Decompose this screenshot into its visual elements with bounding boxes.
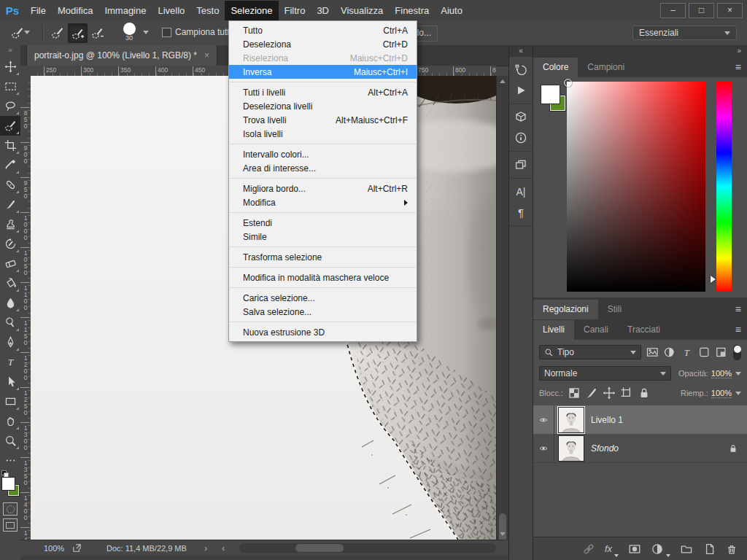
caret-down-icon[interactable] [735,392,741,395]
paint-bucket-tool[interactable] [0,273,20,293]
caret-down-icon[interactable] [735,372,741,376]
menubar-item-finestra[interactable]: Finestra [389,1,435,20]
menubar-item-selezione[interactable]: Selezione [225,1,278,20]
layer-style-button[interactable]: fx [605,543,612,554]
foreground-color-swatch[interactable] [541,85,560,104]
layer-row-livello-1[interactable]: Livello 1 [533,405,747,435]
info-panel-button[interactable] [509,128,533,148]
panel-menu-icon[interactable]: ≡ [735,303,741,315]
saturation-brightness-field[interactable] [567,82,705,292]
lock-pixels-icon[interactable] [585,386,598,400]
zoom-level[interactable]: 100% [44,544,64,553]
filter-type-layers-icon[interactable]: T [681,346,693,359]
crop-tool[interactable] [0,136,20,155]
menu-item-salva-selezione[interactable]: Salva selezione... [229,305,417,319]
visibility-toggle[interactable] [533,434,554,462]
menubar-item-filtro[interactable]: Filtro [279,1,311,20]
scroll-down-icon[interactable] [500,532,506,536]
tab-regolazioni[interactable]: Regolazioni [533,300,598,319]
visibility-toggle[interactable] [533,405,554,434]
tab-livelli[interactable]: Livelli [533,320,574,340]
menu-item-carica-selezione[interactable]: Carica selezione... [229,291,417,305]
menu-item-migliora-bordo[interactable]: Migliora bordo...Alt+Ctrl+R [229,182,417,195]
layer-filter-select[interactable]: Tipo [539,345,641,359]
default-colors-icon[interactable] [1,470,8,476]
share-icon[interactable] [71,542,82,553]
menu-item-intervallo-colori[interactable]: Intervallo colori... [229,147,417,161]
menubar-item-file[interactable]: File [25,1,52,20]
menu-item-simile[interactable]: Simile [229,230,417,244]
shape-tool[interactable] [0,392,20,411]
menu-item-area-di-interesse[interactable]: Area di interesse... [229,161,417,175]
menu-item-trova-livelli[interactable]: Trova livelliAlt+Maiusc+Ctrl+F [229,113,417,127]
filter-smart-objects-icon[interactable] [715,346,727,359]
menu-item-deseleziona[interactable]: DeselezionaCtrl+D [229,37,417,51]
menu-item-isola-livelli[interactable]: Isola livelli [229,127,417,141]
add-selection-mode-button[interactable] [68,23,88,43]
menubar-item-livello[interactable]: Livello [152,1,190,20]
horizontal-scrollbar[interactable] [239,543,496,553]
tab-stili[interactable]: Stili [598,300,631,319]
dock-expand-button[interactable]: « [509,45,533,57]
hand-tool[interactable] [0,411,20,431]
menu-item-estendi[interactable]: Estendi [229,216,417,230]
pen-tool[interactable] [0,332,20,352]
brush-size-picker[interactable]: 30 [118,23,140,42]
dock-collapse-button[interactable]: » [533,45,747,57]
zoom-tool[interactable] [0,431,20,451]
new-group-icon[interactable] [680,542,693,556]
filter-toggle-switch[interactable] [733,345,741,360]
healing-brush-tool[interactable] [0,175,20,195]
actions-panel-button[interactable] [509,80,533,101]
vertical-scrollbar[interactable] [496,76,508,540]
panel-menu-icon[interactable]: ≡ [735,324,741,335]
close-button[interactable]: × [717,3,743,18]
history-brush-tool[interactable] [0,234,20,254]
menu-item-trasforma-selezione[interactable]: Trasforma selezione [229,250,417,264]
tab-close-icon[interactable]: × [204,50,209,61]
dodge-tool[interactable] [0,313,20,332]
filter-shape-layers-icon[interactable] [698,346,711,359]
filter-adjustment-layers-icon[interactable] [663,346,676,359]
path-selection-tool[interactable] [0,372,20,392]
quick-mask-button[interactable] [3,502,18,516]
menu-item-tutti-i-livelli[interactable]: Tutti i livelliAlt+Ctrl+A [229,85,417,99]
delete-layer-icon[interactable] [725,542,738,556]
menubar-item-modifica[interactable]: Modifica [52,1,98,20]
layer-name[interactable]: Sfondo [591,443,619,454]
edit-toolbar-ellipsis[interactable] [0,451,20,470]
tab-colore[interactable]: Colore [533,58,578,77]
eraser-tool[interactable] [0,254,20,273]
toolbar-collapse[interactable]: » [0,45,20,57]
menubar-item-aiuto[interactable]: Aiuto [435,1,468,20]
new-selection-mode-button[interactable] [48,23,66,42]
caret-down-icon[interactable] [143,31,149,34]
opacity-value[interactable]: 100% [711,369,732,378]
menu-item-modifica[interactable]: Modifica [229,195,417,209]
minimize-button[interactable]: – [660,3,686,18]
lock-transparency-icon[interactable] [568,386,581,400]
lasso-tool[interactable] [0,96,20,116]
doc-size-info[interactable]: Doc: 11,4 MB/22,9 MB [107,544,187,553]
type-tool[interactable]: T [0,352,20,372]
clone-stamp-tool[interactable] [0,214,20,234]
brush-tool[interactable] [0,195,20,214]
screen-mode-button[interactable] [3,518,18,532]
move-tool[interactable] [0,57,20,77]
tab-campioni[interactable]: Campioni [578,58,634,77]
filter-pixel-layers-icon[interactable] [646,346,659,359]
layer-comps-panel-button[interactable] [509,155,533,175]
lock-position-icon[interactable] [603,386,616,400]
menubar-item-3d[interactable]: 3D [311,1,335,20]
layer-thumbnail[interactable] [558,435,584,462]
eyedropper-tool[interactable] [0,155,20,175]
menu-item-tutto[interactable]: TuttoCtrl+A [229,23,417,37]
menu-item-modifica-in-modalit-maschera-veloce[interactable]: Modifica in modalità maschera veloce [229,271,417,284]
blend-mode-select[interactable]: Normale [539,366,671,381]
subtract-selection-mode-button[interactable] [88,23,107,42]
workspace-selector[interactable]: Essenziali [632,26,737,40]
lock-artboard-icon[interactable] [620,386,633,400]
menu-item-inversa[interactable]: InversaMaiusc+Ctrl+I [229,65,417,79]
panel-menu-icon[interactable]: ≡ [735,61,741,73]
layer-row-sfondo[interactable]: Sfondo [533,434,747,463]
